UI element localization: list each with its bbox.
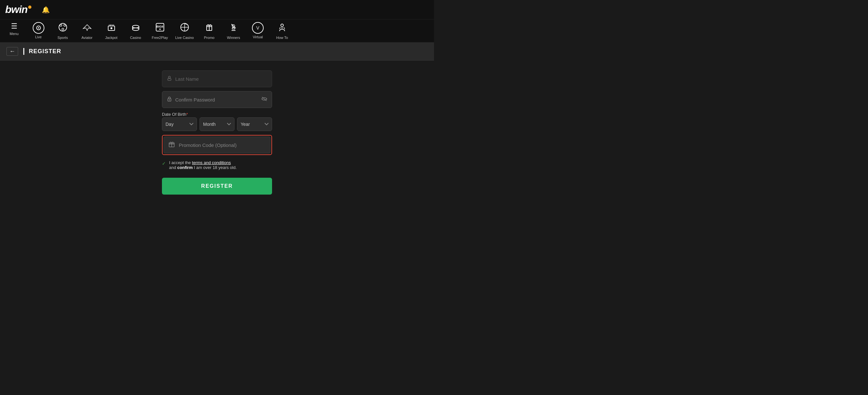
register-button[interactable]: REGISTER <box>162 178 272 195</box>
date-of-birth-section: Date Of Birth* Day Month Year <box>162 112 272 131</box>
nav-item-casino[interactable]: Casino <box>127 22 145 42</box>
logo[interactable]: bwin <box>5 4 31 16</box>
promo-nav-icon <box>204 22 214 34</box>
lock-icon <box>167 96 172 103</box>
nav-label-virtual: Virtual <box>253 35 263 39</box>
bell-icon[interactable]: 🔔 <box>42 6 50 13</box>
svg-point-3 <box>60 24 62 26</box>
svg-point-8 <box>111 27 113 29</box>
year-select[interactable]: Year <box>237 117 272 131</box>
terms-link[interactable]: terms and conditions <box>192 160 231 165</box>
svg-text:BIG8: BIG8 <box>156 25 163 28</box>
nav-label-live: Live <box>35 35 41 39</box>
nav-label-menu: Menu <box>10 32 19 36</box>
svg-point-12 <box>132 28 139 30</box>
check-icon: ✓ <box>162 161 166 166</box>
nav-label-how-to: How To <box>276 36 288 39</box>
svg-point-1 <box>38 27 39 29</box>
nav-label-free2play: Free2Play <box>152 36 168 39</box>
nav-label-winners: Winners <box>227 36 240 39</box>
svg-text:1: 1 <box>232 25 234 28</box>
svg-text:NEW: NEW <box>109 24 114 26</box>
nav-label-promo: Promo <box>204 36 214 39</box>
svg-point-5 <box>62 28 64 30</box>
dob-required-star: * <box>186 112 188 117</box>
person-icon <box>167 76 172 82</box>
nav-item-how-to[interactable]: How To <box>273 22 291 42</box>
winners-icon: 1 <box>228 22 239 34</box>
terms-text: I accept the terms and conditions and co… <box>169 160 237 170</box>
terms-confirm-bold: confirm <box>177 165 193 170</box>
last-name-field[interactable] <box>162 70 272 87</box>
terms-row: ✓ I accept the terms and conditions and … <box>162 159 272 171</box>
main-content: Date Of Birth* Day Month Year <box>0 61 434 207</box>
eye-slash-icon[interactable] <box>261 96 267 103</box>
nav-item-aviator[interactable]: Aviator <box>78 22 96 42</box>
promo-code-container <box>162 135 272 155</box>
confirm-password-input[interactable] <box>175 97 258 103</box>
sports-icon <box>58 22 68 34</box>
logo-dot <box>28 5 31 9</box>
svg-point-9 <box>132 25 139 28</box>
confirm-password-field[interactable] <box>162 91 272 108</box>
svg-point-27 <box>281 24 283 27</box>
nav-label-jackpot: Jackpot <box>105 36 118 39</box>
logo-text: bwin <box>5 4 28 16</box>
nav-item-jackpot[interactable]: NEW Jackpot <box>102 22 120 42</box>
dob-selects: Day Month Year <box>162 117 272 131</box>
live-casino-icon <box>180 22 190 34</box>
svg-point-29 <box>168 76 170 78</box>
how-to-icon <box>277 22 287 34</box>
jackpot-icon: NEW <box>106 22 117 34</box>
svg-point-4 <box>64 24 66 26</box>
live-icon <box>33 22 44 34</box>
register-header: ← REGISTER <box>0 43 434 61</box>
form-container: Date Of Birth* Day Month Year <box>162 70 272 195</box>
nav-item-sports[interactable]: Sports <box>54 22 71 42</box>
month-select[interactable]: Month <box>199 117 235 131</box>
promo-code-input[interactable] <box>179 142 266 148</box>
nav-label-casino: Casino <box>130 36 141 39</box>
nav-label-live-casino: Live Casino <box>175 36 194 39</box>
aviator-icon <box>82 22 92 34</box>
day-select[interactable]: Day <box>162 117 197 131</box>
menu-icon: ☰ <box>11 22 18 30</box>
svg-point-15 <box>159 29 161 30</box>
svg-point-31 <box>169 100 170 101</box>
nav-item-menu[interactable]: ☰ Menu <box>5 22 23 38</box>
dob-label: Date Of Birth* <box>162 112 272 117</box>
gift-icon <box>168 141 175 149</box>
nav-item-promo[interactable]: Promo <box>200 22 218 42</box>
top-header: bwin 🔔 <box>0 0 434 20</box>
main-nav: ☰ Menu Live Sports Aviator NEW Jackpot C… <box>0 20 434 43</box>
register-title: REGISTER <box>23 48 61 55</box>
free2play-icon: BIG8 <box>155 22 165 34</box>
virtual-icon: V <box>252 22 264 34</box>
promo-code-field[interactable] <box>163 137 271 153</box>
nav-item-winners[interactable]: 1 Winners <box>224 22 242 42</box>
nav-item-virtual[interactable]: V Virtual <box>249 22 267 41</box>
back-button[interactable]: ← <box>6 47 18 56</box>
casino-icon <box>130 22 141 34</box>
nav-item-free2play[interactable]: BIG8 Free2Play <box>151 22 169 42</box>
svg-rect-23 <box>232 28 235 29</box>
nav-item-live-casino[interactable]: Live Casino <box>175 22 194 42</box>
nav-item-live[interactable]: Live <box>29 22 47 41</box>
nav-label-aviator: Aviator <box>81 36 92 39</box>
svg-rect-28 <box>168 79 171 80</box>
last-name-input[interactable] <box>175 76 267 82</box>
nav-label-sports: Sports <box>58 36 68 39</box>
